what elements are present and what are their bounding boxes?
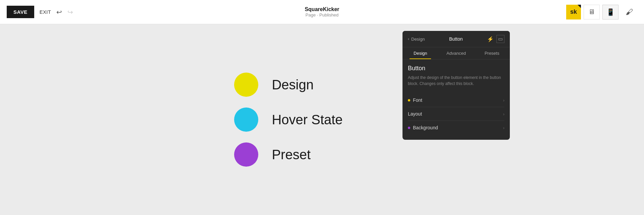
tab-advanced[interactable]: Advanced (438, 47, 474, 59)
panel-breadcrumb[interactable]: ‹ Design (408, 37, 425, 42)
paint-icon: 🖌 (626, 8, 633, 16)
font-row-left: Font (408, 97, 422, 103)
panel-title: Button (449, 36, 463, 42)
layout-label: Layout (408, 111, 422, 117)
paint-button[interactable]: 🖌 (621, 5, 637, 19)
yellow-circle (234, 73, 258, 97)
toolbar: SAVE EXIT ↩ ↪ SquareKicker Page · Publis… (0, 0, 644, 24)
logo-text: sk (570, 8, 577, 15)
hover-state-label: Hover State (272, 112, 342, 127)
font-row[interactable]: Font › (408, 93, 504, 107)
layout-chevron: › (503, 112, 504, 117)
font-label: Font (413, 97, 422, 103)
cyan-circle (234, 108, 258, 132)
preset-label: Preset (272, 147, 311, 162)
panel-tabs: Design Advanced Presets (402, 47, 510, 59)
background-dot (408, 127, 410, 129)
content-area: Design Hover State Preset (234, 73, 342, 167)
squarekicker-logo: sk (566, 5, 581, 19)
tab-design[interactable]: Design (402, 47, 438, 59)
toolbar-center: SquareKicker Page · Published (305, 6, 339, 17)
tab-presets[interactable]: Presets (474, 47, 510, 59)
save-button[interactable]: SAVE (7, 6, 34, 18)
layout-row-left: Layout (408, 111, 422, 117)
breadcrumb-label: Design (411, 37, 425, 42)
background-chevron: › (503, 125, 504, 130)
undo-button[interactable]: ↩ (56, 8, 62, 16)
background-label: Background (413, 125, 438, 130)
layout-row[interactable]: Layout › (408, 107, 504, 121)
background-row[interactable]: Background › (408, 121, 504, 134)
design-row: Design (234, 73, 342, 97)
mobile-view-button[interactable]: 📱 (602, 5, 619, 19)
monitor-icon[interactable]: ▭ (496, 35, 504, 43)
undo-icon: ↩ (56, 8, 62, 16)
design-panel: ‹ Design Button ⚡ ▭ Design Advanced Pres… (402, 31, 510, 140)
redo-icon: ↪ (67, 8, 73, 16)
panel-header-icons: ⚡ ▭ (487, 35, 504, 43)
panel-section-title: Button (408, 65, 504, 72)
desktop-icon: 🖥 (588, 8, 595, 16)
desktop-view-button[interactable]: 🖥 (584, 5, 600, 19)
purple-circle (234, 142, 258, 167)
font-dot (408, 99, 410, 101)
preset-row: Preset (234, 142, 342, 167)
lightning-icon[interactable]: ⚡ (487, 36, 494, 42)
toolbar-left: SAVE EXIT ↩ ↪ (7, 6, 73, 18)
exit-button[interactable]: EXIT (40, 9, 51, 15)
panel-description: Adjust the design of the button element … (408, 75, 504, 87)
panel-body: Button Adjust the design of the button e… (402, 59, 510, 140)
app-title: SquareKicker (305, 6, 339, 12)
panel-header: ‹ Design Button ⚡ ▭ (402, 31, 510, 47)
background-row-left: Background (408, 125, 438, 130)
hover-state-row: Hover State (234, 108, 342, 132)
canvas: Design Hover State Preset ‹ Design Butto… (0, 24, 644, 215)
page-status: Page · Published (305, 12, 339, 17)
font-chevron: › (503, 98, 504, 103)
mobile-icon: 📱 (606, 8, 615, 16)
redo-button[interactable]: ↪ (67, 8, 73, 16)
breadcrumb-chevron: ‹ (408, 37, 409, 41)
design-label: Design (272, 77, 314, 92)
toolbar-right: sk 🖥 📱 🖌 (566, 5, 637, 19)
